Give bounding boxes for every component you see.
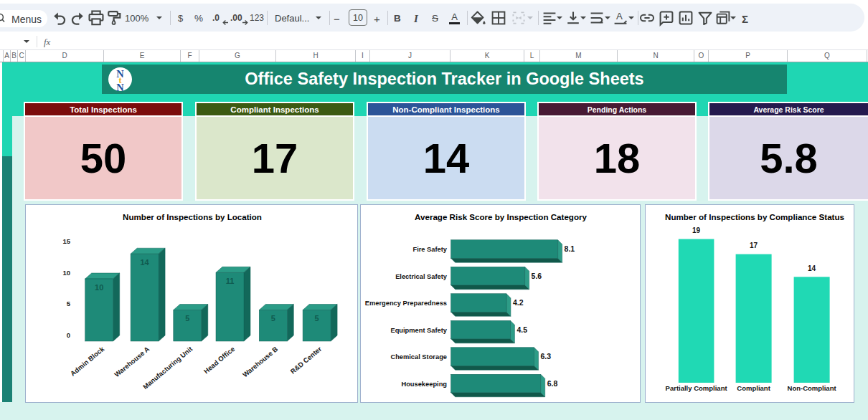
svg-text:10: 10 bbox=[95, 283, 103, 292]
svg-text:Average Risk Score by Inspecti: Average Risk Score by Inspection Categor… bbox=[415, 212, 587, 221]
svg-text:Partially Compliant: Partially Compliant bbox=[666, 384, 728, 392]
svg-text:0: 0 bbox=[67, 331, 70, 339]
svg-text:15: 15 bbox=[62, 237, 70, 245]
svg-text:5: 5 bbox=[185, 314, 189, 323]
svg-text:4.5: 4.5 bbox=[516, 325, 527, 334]
svg-text:14: 14 bbox=[140, 258, 149, 267]
svg-text:R&D Center: R&D Center bbox=[288, 345, 323, 376]
svg-text:4.2: 4.2 bbox=[513, 298, 524, 307]
svg-text:Warehouse A: Warehouse A bbox=[113, 345, 151, 378]
svg-text:Head Office: Head Office bbox=[202, 345, 237, 375]
svg-text:Fire Safety: Fire Safety bbox=[412, 246, 447, 253]
svg-text:5: 5 bbox=[315, 314, 319, 323]
svg-text:Compliant: Compliant bbox=[737, 384, 770, 392]
svg-text:5: 5 bbox=[67, 300, 71, 307]
svg-text:Non-Compliant: Non-Compliant bbox=[788, 384, 837, 392]
svg-text:8.1: 8.1 bbox=[565, 244, 575, 253]
svg-text:5.6: 5.6 bbox=[532, 272, 542, 280]
svg-text:11: 11 bbox=[226, 277, 235, 285]
svg-text:10: 10 bbox=[62, 269, 70, 277]
svg-text:Housekeeping: Housekeeping bbox=[401, 381, 447, 388]
svg-text:19: 19 bbox=[692, 226, 701, 234]
svg-text:17: 17 bbox=[750, 242, 758, 249]
svg-text:Equipment Safety: Equipment Safety bbox=[390, 327, 447, 334]
svg-text:6.3: 6.3 bbox=[541, 352, 552, 361]
svg-text:Electrical Safety: Electrical Safety bbox=[395, 273, 448, 280]
svg-text:A: A bbox=[616, 11, 623, 22]
svg-text:Warehouse B: Warehouse B bbox=[241, 345, 279, 378]
svg-text:5: 5 bbox=[271, 314, 275, 323]
svg-text:Admin Block: Admin Block bbox=[69, 345, 106, 378]
svg-text:14: 14 bbox=[808, 264, 816, 272]
svg-text:6.8: 6.8 bbox=[547, 379, 558, 388]
svg-text:Number of Inspections by Compl: Number of Inspections by Compliance Stat… bbox=[665, 212, 844, 221]
svg-text:Emergency Preparedness: Emergency Preparedness bbox=[365, 300, 447, 307]
svg-text:Chemical Storage: Chemical Storage bbox=[390, 353, 447, 361]
svg-text:Number of Inspections by Locat: Number of Inspections by Location bbox=[123, 212, 262, 221]
